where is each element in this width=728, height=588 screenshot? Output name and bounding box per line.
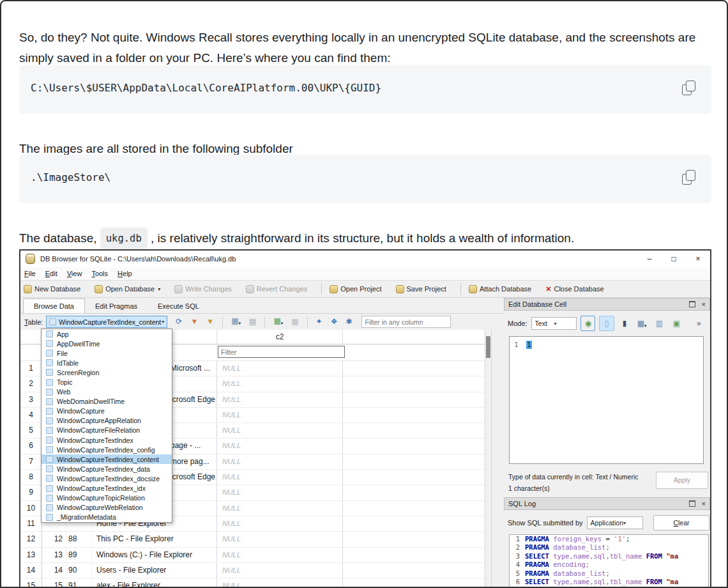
close-database-button[interactable]: ✕Close Database — [545, 285, 604, 293]
save-project-button[interactable]: Save Project — [396, 285, 446, 293]
copy-cell-icon[interactable]: ▥ — [653, 316, 666, 330]
cell-c2[interactable]: NULL — [217, 532, 343, 546]
cell-c2[interactable]: NULL — [217, 578, 343, 588]
cell-id[interactable]: 14 — [42, 563, 66, 578]
attach-database-button[interactable]: Attach Database — [469, 285, 531, 293]
menu-tools[interactable]: Tools — [91, 270, 108, 277]
float-panel-icon[interactable] — [689, 500, 695, 507]
delete-record-icon[interactable]: ▦ — [291, 316, 298, 328]
open-in-new-tab-icon[interactable]: ❖ — [331, 316, 338, 328]
dropdown-item-windowcapturetextindex_config[interactable]: WindowCaptureTextIndex_config — [42, 445, 172, 454]
cell-id[interactable]: 12 — [42, 532, 66, 546]
header-c2[interactable]: c2 — [217, 330, 343, 344]
save-results-icon[interactable]: ▦▾ — [231, 315, 241, 329]
tab-browse-data[interactable]: Browse Data — [23, 298, 85, 313]
copy-icon[interactable] — [682, 170, 697, 187]
binary-view-icon[interactable]: ▮ — [618, 316, 632, 330]
cell-c1[interactable]: Users - File Explorer — [92, 563, 217, 578]
cell-id[interactable]: 15 — [42, 578, 66, 588]
close-button[interactable]: × — [686, 251, 710, 267]
apply-button[interactable]: Apply — [656, 472, 708, 489]
open-external-icon[interactable]: ▣ — [670, 316, 683, 330]
dropdown-item-windowcapturetextindex[interactable]: WindowCaptureTextIndex — [42, 435, 172, 445]
minimize-button[interactable]: – — [637, 251, 662, 267]
cell-c2[interactable]: NULL — [217, 485, 343, 500]
dropdown-item-windowcapturetextindex_docsize[interactable]: WindowCaptureTextIndex_docsize — [42, 474, 172, 483]
cell-c1[interactable]: alex - File Explorer — [92, 578, 217, 588]
float-panel-icon[interactable] — [689, 301, 695, 307]
cell-c2[interactable]: NULL — [217, 438, 343, 453]
cell-c1[interactable]: This PC - File Explorer — [92, 532, 217, 546]
dropdown-item-windowcapturetextindex_content[interactable]: WindowCaptureTextIndex_content — [42, 454, 172, 464]
cell-id[interactable]: 13 — [42, 548, 66, 562]
go-first-record-icon[interactable]: ✦ — [316, 316, 322, 328]
dropdown-item-screenregion[interactable]: ScreenRegion — [42, 368, 172, 377]
dropdown-item-windowcapturetopicrelation[interactable]: WindowCaptureTopicRelation — [42, 493, 172, 503]
new-database-button[interactable]: New Database — [24, 285, 80, 293]
cell-c2[interactable]: NULL — [217, 548, 343, 562]
dropdown-item-windowcapturetextindex_data[interactable]: WindowCaptureTextIndex_data — [42, 464, 172, 474]
dropdown-item-_migrationmetadata[interactable]: _MigrationMetadata — [42, 513, 172, 522]
table-row[interactable]: 141490Users - File ExplorerNULL — [20, 563, 485, 578]
dropdown-item-webdomaindwelltime[interactable]: WebDomainDwellTime — [42, 397, 172, 406]
sql-source-select[interactable]: Application▾ — [587, 516, 643, 529]
tab-execute-sql[interactable]: Execute SQL — [148, 299, 209, 313]
dropdown-item-windowcaptureapprelation[interactable]: WindowCaptureAppRelation — [42, 416, 172, 426]
dropdown-item-topic[interactable]: Topic — [42, 377, 172, 387]
print-icon[interactable]: ▤ — [249, 316, 256, 328]
cell-c2[interactable]: NULL — [217, 423, 343, 438]
cell-c2[interactable]: NULL — [217, 361, 343, 376]
refresh-icon[interactable]: ⟳ — [176, 316, 182, 328]
menu-file[interactable]: File — [24, 270, 36, 277]
maximize-button[interactable]: □ — [662, 251, 686, 267]
dropdown-item-windowcapturetextindex_idx[interactable]: WindowCaptureTextIndex_idx — [42, 484, 172, 493]
cell-c0[interactable]: 88 — [66, 532, 92, 546]
table-row[interactable]: 131389Windows (C:) - File ExplorerNULL — [20, 548, 485, 563]
dropdown-item-app[interactable]: App — [42, 329, 172, 339]
revert-changes-button[interactable]: Revert Changes — [246, 285, 308, 293]
write-changes-button[interactable]: Write Changes — [174, 285, 232, 293]
menu-help[interactable]: Help — [118, 270, 132, 277]
column-filter-input[interactable] — [218, 346, 345, 358]
dropdown-item-file[interactable]: File — [42, 348, 172, 358]
cell-c0[interactable]: 91 — [66, 578, 92, 588]
cell-c2[interactable]: NULL — [217, 376, 343, 391]
scrollbar-thumb[interactable] — [486, 336, 490, 358]
clear-filter-icon[interactable]: ▼ — [206, 316, 214, 328]
import-cell-icon[interactable]: ◉ — [580, 316, 595, 331]
dropdown-item-appdwelltime[interactable]: AppDwellTime — [42, 339, 172, 348]
dropdown-item-windowcapturewebrelation[interactable]: WindowCaptureWebRelation — [42, 503, 172, 513]
menu-view[interactable]: View — [67, 270, 82, 277]
cell-c2[interactable]: NULL — [217, 392, 343, 407]
cell-c2[interactable]: NULL — [217, 454, 343, 469]
cell-editor[interactable]: 1 1 — [509, 336, 704, 464]
clear-all-filters-icon[interactable]: ▼ — [190, 316, 198, 328]
clear-button[interactable]: Clear — [653, 515, 709, 530]
insert-record-icon[interactable]: ▦▾ — [273, 315, 283, 329]
copy-icon[interactable] — [682, 81, 697, 97]
open-database-button[interactable]: Open Database▾ — [95, 285, 160, 293]
tab-edit-pragmas[interactable]: Edit Pragmas — [85, 299, 148, 313]
cell-c2[interactable]: NULL — [217, 408, 343, 422]
open-project-button[interactable]: Open Project — [330, 285, 381, 293]
close-panel-icon[interactable]: × — [702, 500, 706, 507]
table-select-combobox[interactable]: WindowCaptureTextIndex_content ▾ — [46, 316, 167, 328]
filter-any-column-input[interactable] — [361, 316, 451, 328]
cell-c0[interactable]: 90 — [66, 563, 92, 578]
menu-edit[interactable]: Edit — [45, 270, 57, 277]
cell-c2[interactable]: NULL — [217, 470, 343, 484]
table-row[interactable]: 151591alex - File ExplorerNULL — [20, 578, 485, 588]
text-document-icon[interactable]: ▯ — [599, 316, 614, 331]
overflow-chevron-icon[interactable]: » — [692, 316, 706, 330]
cell-c1[interactable]: Windows (C:) - File Explorer — [92, 548, 217, 562]
dropdown-item-windowcapture[interactable]: WindowCapture — [42, 406, 172, 416]
dropdown-item-web[interactable]: Web — [42, 387, 172, 397]
close-panel-icon[interactable]: × — [702, 300, 706, 308]
save-cell-icon[interactable]: ▦▾ — [635, 316, 649, 330]
cell-c0[interactable]: 89 — [66, 548, 92, 562]
cell-c2[interactable]: NULL — [217, 563, 343, 578]
mode-select[interactable]: Text▾ — [531, 317, 577, 330]
cell-c2[interactable]: NULL — [217, 516, 343, 531]
cell-c2[interactable]: NULL — [217, 501, 343, 516]
table-row[interactable]: 121288This PC - File ExplorerNULL — [20, 532, 485, 547]
